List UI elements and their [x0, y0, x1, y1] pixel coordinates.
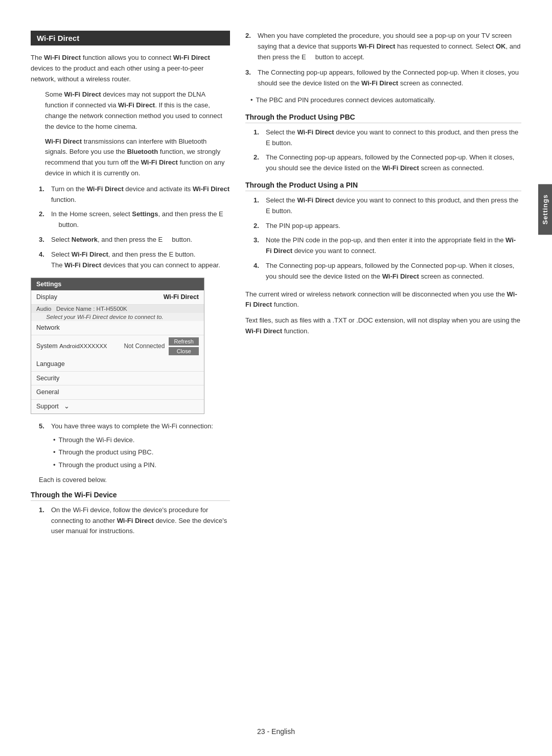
- right-column: 2. When you have completed the procedure…: [245, 31, 521, 541]
- indented-section: Some Wi-Fi Direct devices may not suppor…: [45, 89, 230, 178]
- steps-1-4: 1. Turn on the Wi-Fi Direct device and a…: [39, 184, 230, 271]
- note-text-files: Text files, such as files with a .TXT or…: [245, 315, 521, 337]
- intro-paragraph: The Wi-Fi Direct function allows you to …: [31, 53, 230, 84]
- each-covered: Each is covered below.: [39, 475, 230, 486]
- section-title: Wi-Fi Direct: [31, 31, 230, 45]
- step-3: 3. Select Network, and then press the E …: [39, 235, 230, 245]
- indented-p1: Some Wi-Fi Direct devices may not suppor…: [45, 89, 230, 132]
- through-pin-steps: 1. Select the Wi-Fi Direct device you wa…: [254, 195, 521, 282]
- bullet-pbc: • Through the product using PBC.: [53, 447, 230, 458]
- close-button[interactable]: Close: [169, 347, 199, 355]
- through-wifi-steps: 1. On the Wi-Fi device, follow the devic…: [39, 505, 230, 537]
- indented-p2: Wi-Fi Direct transmissions can interfere…: [45, 136, 230, 179]
- right-step-3: 3. The Connecting pop-up appears, follow…: [245, 67, 521, 89]
- settings-row-language: Language: [31, 357, 204, 372]
- pin-step-3: 3. Note the PIN code in the pop-up, and …: [254, 235, 521, 257]
- through-pbc-steps: 1. Select the Wi-Fi Direct device you wa…: [254, 127, 521, 174]
- settings-row-support: Support ⌄: [31, 400, 204, 414]
- page-footer: 23 - English: [0, 727, 552, 736]
- settings-row-select-prompt: Select your Wi-Fi Direct device to conne…: [31, 313, 204, 321]
- side-tab: Settings: [538, 184, 552, 235]
- through-wifi-step-1: 1. On the Wi-Fi device, follow the devic…: [39, 505, 230, 537]
- page-number: 23 - English: [257, 727, 295, 736]
- pbc-step-2: 2. The Connecting pop-up appears, follow…: [254, 152, 521, 174]
- settings-buttons: Refresh Close: [169, 337, 199, 355]
- pbc-bullet-note: • The PBC and PIN procedures connect dev…: [250, 95, 521, 106]
- through-wifi-title: Through the Wi-Fi Device: [31, 491, 230, 501]
- bullet-pin: • Through the product using a PIN.: [53, 460, 230, 471]
- settings-row-android: System AndroidXXXXXXX Not Connected Refr…: [31, 335, 204, 357]
- settings-box-header: Settings: [31, 278, 204, 290]
- pin-step-2: 2. The PIN pop-up appears.: [254, 221, 521, 232]
- through-pbc-title: Through the Product Using PBC: [245, 113, 521, 123]
- settings-row-audio-device: Audio Device Name : HT-H5500K: [31, 305, 204, 313]
- step-5: 5. You have three ways to complete the W…: [39, 421, 230, 432]
- step-1: 1. Turn on the Wi-Fi Direct device and a…: [39, 184, 230, 205]
- through-pin-title: Through the Product Using a PIN: [245, 181, 521, 191]
- pbc-step-1: 1. Select the Wi-Fi Direct device you wa…: [254, 127, 521, 149]
- refresh-button[interactable]: Refresh: [169, 337, 199, 346]
- step-2: 2. In the Home screen, select Settings, …: [39, 209, 230, 231]
- right-step-2: 2. When you have completed the procedure…: [245, 31, 521, 62]
- page-container: Settings Wi-Fi Direct The Wi-Fi Direct f…: [0, 0, 552, 756]
- main-content: Wi-Fi Direct The Wi-Fi Direct function a…: [31, 31, 521, 541]
- step-4: 4. Select Wi-Fi Direct, and then press t…: [39, 249, 230, 271]
- pin-step-4: 4. The Connecting pop-up appears, follow…: [254, 261, 521, 282]
- settings-row-general: General: [31, 385, 204, 400]
- note-wired: The current wired or wireless network co…: [245, 289, 521, 311]
- left-column: Wi-Fi Direct The Wi-Fi Direct function a…: [31, 31, 230, 541]
- step-5-bullets: • Through the Wi-Fi device. • Through th…: [53, 435, 230, 471]
- pin-step-1: 1. Select the Wi-Fi Direct device you wa…: [254, 195, 521, 217]
- bullet-wifi-device: • Through the Wi-Fi device.: [53, 435, 230, 446]
- settings-ui-box: Settings Display Wi-Fi Direct Audio Devi…: [31, 278, 204, 414]
- settings-row-security: Security: [31, 372, 204, 386]
- settings-row-network: Network: [31, 321, 204, 335]
- settings-row-display: Display Wi-Fi Direct: [31, 290, 204, 305]
